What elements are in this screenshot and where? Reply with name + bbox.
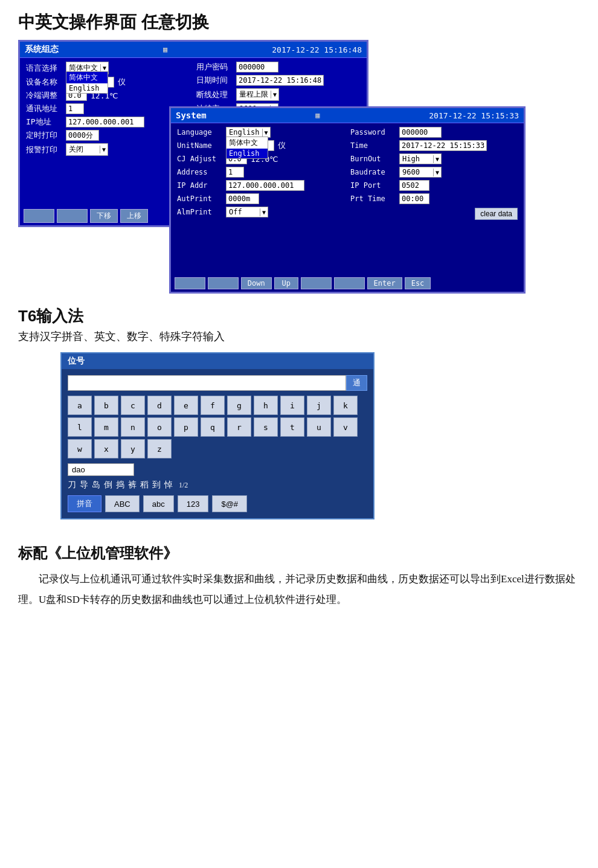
kb-mode-special[interactable]: $@# [212, 495, 247, 512]
cn-almprint-dropdown[interactable]: 关闭 ▼ [66, 143, 108, 156]
kb-key-k[interactable]: k [333, 396, 358, 415]
kb-mode-abc[interactable]: abc [143, 495, 174, 512]
kb-key-n[interactable]: n [121, 417, 145, 437]
kb-key-l[interactable]: l [68, 417, 92, 437]
en-port-input[interactable] [399, 180, 429, 191]
en-prttime-label: Prt Time [350, 194, 396, 203]
kb-cand-8[interactable]: 到 [152, 480, 161, 490]
en-burnout-dropdown[interactable]: High ▼ [399, 153, 442, 164]
section1-title: 中英文操作界面 任意切换 [0, 0, 598, 40]
kb-key-g[interactable]: g [227, 396, 251, 415]
kb-key-r[interactable]: r [227, 417, 251, 437]
kb-page-indicator: 1/2 [179, 481, 188, 490]
kb-key-d[interactable]: d [147, 396, 172, 415]
kb-key-x[interactable]: x [94, 439, 118, 458]
kb-mode-pinyin[interactable]: 拼音 [68, 495, 101, 512]
cn-lang-opt-cn[interactable]: 简体中文 [66, 72, 108, 83]
en-language-value: English [227, 127, 262, 137]
cn-time-input[interactable] [236, 75, 324, 86]
en-lang-opt-en[interactable]: English [227, 149, 268, 158]
kb-cand-5[interactable]: 捣 [116, 480, 124, 490]
kb-key-s[interactable]: s [254, 417, 278, 437]
en-password-input[interactable] [399, 127, 442, 138]
kb-cand-7[interactable]: 稻 [140, 480, 149, 490]
cn-password-input[interactable] [236, 62, 278, 72]
section2-subtitle: 支持汉字拼音、英文、数字、特殊字符输入 [0, 329, 598, 352]
kb-mode-ABC[interactable]: ABC [105, 495, 140, 512]
cn-panel-time: 2017-12-22 15:16:48 [272, 45, 362, 54]
en-panel-time: 2017-12-22 15:15:33 [429, 111, 519, 120]
keyboard-header: 位号 [62, 353, 373, 369]
cn-btn-up[interactable]: 上移 [120, 209, 148, 223]
cn-autprint-input[interactable] [66, 130, 99, 141]
cn-lang-opt-en[interactable]: English [66, 83, 108, 93]
kb-key-t[interactable]: t [280, 417, 304, 437]
en-autprint-input[interactable] [226, 193, 259, 204]
kb-cand-3[interactable]: 岛 [92, 480, 100, 490]
en-ip-input[interactable] [226, 180, 304, 191]
kb-key-h[interactable]: h [254, 396, 278, 415]
en-btn-enter[interactable]: Enter [367, 277, 402, 289]
kb-cand-2[interactable]: 导 [80, 480, 88, 490]
kb-key-e[interactable]: e [174, 396, 198, 415]
en-time-input[interactable] [399, 140, 487, 151]
en-btn-spacer4[interactable] [334, 277, 365, 289]
en-btn-spacer3[interactable] [301, 277, 332, 289]
en-address-input[interactable] [226, 167, 244, 178]
en-language-list: 简体中文 English [226, 137, 268, 159]
cn-btn-spacer2[interactable] [57, 209, 88, 223]
en-lang-opt-cn[interactable]: 简体中文 [227, 137, 268, 149]
cn-almprint-value: 关闭 [66, 144, 100, 155]
en-btn-spacer2[interactable] [208, 277, 239, 289]
kb-key-u[interactable]: u [307, 417, 331, 437]
cn-address-input[interactable] [66, 103, 84, 114]
kb-key-b[interactable]: b [94, 396, 118, 415]
en-btn-up[interactable]: Up [274, 277, 298, 289]
kb-cand-9[interactable]: 悼 [164, 480, 173, 490]
en-almprint-dropdown[interactable]: Off ▼ [226, 207, 268, 217]
clear-data-button[interactable]: clear data [475, 208, 518, 220]
kb-key-j[interactable]: j [307, 396, 331, 415]
kb-candidates: 刀 导 岛 倒 捣 裤 稻 到 悼 1/2 [68, 480, 367, 490]
cn-btn-spacer1[interactable] [24, 209, 54, 223]
kb-cand-6[interactable]: 裤 [128, 480, 137, 490]
kb-key-p[interactable]: p [174, 417, 198, 437]
en-time-row: Time [350, 140, 518, 151]
kb-mode-123[interactable]: 123 [178, 495, 209, 512]
kb-key-z[interactable]: z [147, 439, 172, 458]
en-btn-esc[interactable]: Esc [405, 277, 431, 289]
en-password-label: Password [350, 128, 396, 137]
kb-key-m[interactable]: m [94, 417, 118, 437]
en-panel-title: System [176, 111, 207, 120]
kb-key-f[interactable]: f [201, 396, 225, 415]
kb-main-input[interactable] [68, 375, 346, 391]
en-baudrate-dropdown[interactable]: 9600 ▼ [399, 167, 442, 178]
en-btn-down[interactable]: Down [241, 277, 272, 289]
kb-pinyin-input[interactable] [68, 463, 134, 476]
en-prttime-input[interactable] [399, 193, 429, 204]
section2-title: T6输入法 [0, 294, 598, 329]
cn-autprint-label: 定时打印 [26, 130, 62, 141]
cn-ip-input[interactable] [66, 117, 144, 127]
kb-input-row: 通 [68, 375, 367, 391]
kb-key-a[interactable]: a [68, 396, 92, 415]
kb-cand-4[interactable]: 倒 [104, 480, 112, 490]
kb-key-v[interactable]: v [333, 417, 358, 437]
cn-time-row: 日期时间 [196, 75, 361, 86]
cn-address-label: 通讯地址 [26, 103, 62, 114]
cn-btn-down[interactable]: 下移 [90, 209, 118, 223]
en-language-arrow: ▼ [262, 129, 270, 137]
kb-key-q[interactable]: q [201, 417, 225, 437]
kb-cand-1[interactable]: 刀 [68, 480, 76, 490]
en-btn-spacer1[interactable] [175, 277, 205, 289]
kb-key-o[interactable]: o [147, 417, 172, 437]
cn-password-row: 用户密码 [196, 62, 361, 72]
kb-key-i[interactable]: i [280, 396, 304, 415]
kb-key-c[interactable]: c [121, 396, 145, 415]
kb-key-w[interactable]: w [68, 439, 92, 458]
en-port-row: IP Port [350, 180, 518, 191]
kb-key-y[interactable]: y [121, 439, 145, 458]
cn-time-label: 日期时间 [196, 75, 233, 86]
cn-burnout-dropdown[interactable]: 量程上限 ▼ [236, 88, 279, 101]
en-cj-label: CJ Adjust [177, 155, 222, 163]
